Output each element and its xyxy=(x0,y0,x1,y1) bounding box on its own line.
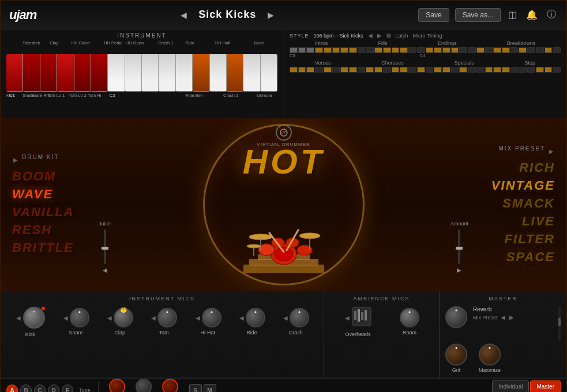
hihat-left-arrow[interactable]: ◀ xyxy=(194,315,201,321)
mix-item-space[interactable]: SPACE xyxy=(506,250,555,265)
layout-icon[interactable]: ◫ xyxy=(506,7,519,22)
pb26[interactable] xyxy=(502,67,510,73)
section-stop[interactable]: Stop xyxy=(525,60,536,66)
p28[interactable] xyxy=(519,47,527,53)
pb17[interactable] xyxy=(426,67,434,73)
key-c2[interactable] xyxy=(108,54,125,92)
p10[interactable] xyxy=(366,47,374,53)
kick-knob[interactable] xyxy=(23,307,45,329)
p16[interactable] xyxy=(417,47,425,53)
key-tom-lo2[interactable] xyxy=(74,54,91,92)
p8[interactable] xyxy=(349,47,357,53)
crash-left-arrow[interactable]: ◀ xyxy=(282,315,289,321)
p9[interactable] xyxy=(358,47,366,53)
p1[interactable] xyxy=(290,47,298,53)
p5[interactable] xyxy=(324,47,332,53)
section-specials[interactable]: Specials xyxy=(455,60,474,66)
tom-knob[interactable] xyxy=(157,308,177,327)
key-white6[interactable] xyxy=(243,54,260,92)
p26[interactable] xyxy=(502,47,510,53)
pb10[interactable] xyxy=(366,67,374,73)
mix-item-vintage[interactable]: VINTAGE xyxy=(491,178,555,193)
type-btn-e[interactable]: E xyxy=(62,385,73,392)
key-tom-hi[interactable] xyxy=(91,54,108,92)
pb25[interactable] xyxy=(493,67,501,73)
pb3[interactable] xyxy=(306,67,314,73)
instrument-keyboard[interactable] xyxy=(6,54,277,92)
key-tom-lo1[interactable] xyxy=(57,54,74,92)
kit-item-brittle[interactable]: BRITTLE xyxy=(12,240,133,255)
p27[interactable] xyxy=(510,47,519,53)
pb7[interactable] xyxy=(340,67,348,73)
p17[interactable] xyxy=(426,47,434,53)
type-btn-b[interactable]: B xyxy=(20,385,32,392)
overheads-knob-visual[interactable] xyxy=(351,306,372,327)
individual-btn[interactable]: Individual xyxy=(492,380,529,393)
p31[interactable] xyxy=(545,47,553,53)
tune-knob[interactable] xyxy=(136,379,152,392)
style-prev[interactable]: ◀ xyxy=(368,32,373,39)
mix-preset-right-arrow[interactable]: ▶ xyxy=(548,148,555,154)
info-icon[interactable]: ⓘ xyxy=(545,7,558,22)
pb11[interactable] xyxy=(374,67,382,73)
p32[interactable] xyxy=(553,47,561,53)
crash-knob[interactable] xyxy=(290,308,309,327)
mix-item-smack[interactable]: SMACK xyxy=(502,196,555,211)
section-endings[interactable]: Endings xyxy=(438,40,457,46)
save-button[interactable]: Save xyxy=(418,8,449,22)
next-preset-arrow[interactable]: ▶ xyxy=(265,9,277,21)
prev-preset-arrow[interactable]: ◀ xyxy=(178,9,190,21)
juice-slider[interactable] xyxy=(104,229,106,264)
pb16[interactable] xyxy=(417,67,425,73)
p6[interactable] xyxy=(332,47,340,53)
p18[interactable] xyxy=(434,47,442,53)
p19[interactable] xyxy=(442,47,450,53)
grit-knob[interactable] xyxy=(445,344,467,365)
pb30[interactable] xyxy=(536,67,544,73)
key-white2[interactable] xyxy=(142,54,159,92)
hihat-knob[interactable] xyxy=(202,308,221,327)
pb8[interactable] xyxy=(349,67,357,73)
pb1[interactable] xyxy=(290,67,298,73)
reverb-knob[interactable] xyxy=(445,306,467,328)
save-as-button[interactable]: Save as... xyxy=(455,8,501,22)
kit-item-resh[interactable]: RESH xyxy=(12,223,133,238)
tom-left-arrow[interactable]: ◀ xyxy=(150,315,157,321)
pb12[interactable] xyxy=(383,67,391,73)
p30[interactable] xyxy=(536,47,544,53)
kit-item-vanilla[interactable]: VANILLA xyxy=(12,205,133,220)
p7[interactable] xyxy=(340,47,348,53)
latch-label[interactable]: Latch xyxy=(396,33,408,39)
s-button[interactable]: S xyxy=(189,384,202,392)
p15[interactable] xyxy=(408,47,416,53)
key-snare-rim[interactable] xyxy=(23,54,40,92)
drum-kit-left-arrow[interactable]: ▶ xyxy=(12,157,19,163)
p25[interactable] xyxy=(493,47,501,53)
section-choruses[interactable]: Choruses xyxy=(381,60,404,66)
pb2[interactable] xyxy=(298,67,306,73)
overheads-left-arrow[interactable]: ◀ xyxy=(344,315,351,321)
key-unmute[interactable] xyxy=(261,54,277,92)
p2[interactable] xyxy=(298,47,306,53)
type-btn-a[interactable]: A xyxy=(6,385,18,392)
ride-knob[interactable] xyxy=(246,308,265,327)
room-knob[interactable] xyxy=(400,308,419,327)
p14[interactable] xyxy=(400,47,408,53)
p13[interactable] xyxy=(392,47,400,53)
pb31[interactable] xyxy=(545,67,553,73)
key-white3[interactable] xyxy=(159,54,175,92)
master-scrollbar[interactable] xyxy=(558,306,561,341)
key-snare[interactable] xyxy=(40,54,57,92)
amount-arrow-right[interactable]: ▶ xyxy=(457,267,461,273)
type-btn-d[interactable]: D xyxy=(48,385,59,392)
mix-preset-prev[interactable]: ◀ xyxy=(500,314,506,321)
key-white1[interactable] xyxy=(125,54,142,92)
key-kick[interactable] xyxy=(6,54,23,92)
pb13[interactable] xyxy=(392,67,400,73)
pb24[interactable] xyxy=(485,67,493,73)
pb5[interactable] xyxy=(324,67,332,73)
mix-item-rich[interactable]: RICH xyxy=(519,160,555,175)
maximize-knob[interactable] xyxy=(479,344,501,365)
section-fills[interactable]: Fills xyxy=(378,40,388,46)
m-button[interactable]: M xyxy=(204,384,216,392)
